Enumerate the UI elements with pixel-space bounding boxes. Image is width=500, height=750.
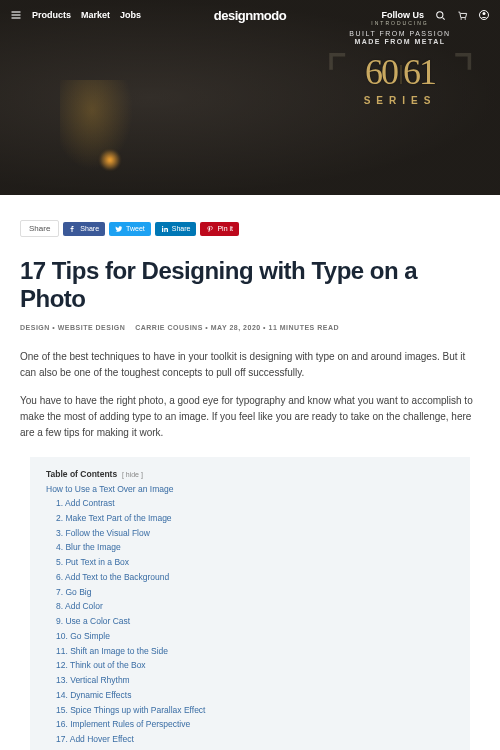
share-linkedin[interactable]: Share [155, 222, 197, 236]
toc-item-2[interactable]: 2. Make Text Part of the Image [56, 512, 454, 525]
share-pi-label: Pin it [217, 225, 233, 232]
share-pinterest[interactable]: Pin it [200, 222, 239, 236]
hero-number: 60 | 61 [330, 51, 470, 93]
article-content: Share Share Tweet Share Pin it 17 Tips f… [0, 195, 500, 750]
hero-num2: 61 [403, 51, 435, 93]
toc-header: Table of Contents [ hide ] [46, 469, 454, 479]
meta-author[interactable]: CARRIE COUSINS [135, 324, 203, 331]
toc-item-13[interactable]: 13. Vertical Rhythm [56, 674, 454, 687]
cart-icon[interactable] [456, 9, 468, 21]
toc-hide-toggle[interactable]: [ hide ] [122, 471, 143, 478]
toc-item-17[interactable]: 17. Add Hover Effect [56, 733, 454, 746]
logo[interactable]: designmodo [214, 8, 286, 23]
account-icon[interactable] [478, 9, 490, 21]
search-icon[interactable] [434, 9, 446, 21]
share-label: Share [20, 220, 59, 237]
hero-spark [95, 150, 125, 170]
top-nav: Products Market Jobs designmodo Follow U… [0, 0, 500, 30]
bracket-tr: ⌝ [452, 45, 475, 103]
toc-item-10[interactable]: 10. Go Simple [56, 630, 454, 643]
svg-point-8 [483, 12, 486, 15]
toc-item-1[interactable]: 1. Add Contrast [56, 497, 454, 510]
hero-tagline2: MADE FROM METAL [330, 38, 470, 45]
toc-item-9[interactable]: 9. Use a Color Cast [56, 615, 454, 628]
nav-follow[interactable]: Follow Us [382, 10, 425, 20]
menu-icon[interactable] [10, 9, 22, 21]
hero-series: SERIES [330, 95, 470, 106]
toc-item-16[interactable]: 16. Implement Rules of Perspective [56, 718, 454, 731]
hero-tagline1: BUILT FROM PASSION [330, 30, 470, 37]
share-row: Share Share Tweet Share Pin it [20, 220, 480, 237]
share-fb-label: Share [80, 225, 99, 232]
toc-title: Table of Contents [46, 469, 117, 479]
share-li-label: Share [172, 225, 191, 232]
svg-point-5 [460, 18, 461, 19]
meta-date: MAY 28, 2020 [211, 324, 261, 331]
toc-items: 1. Add Contrast2. Make Text Part of the … [46, 497, 454, 746]
hero-sep: | [399, 61, 401, 84]
nav-right: Follow Us [382, 9, 491, 21]
toc-item-4[interactable]: 4. Blur the Image [56, 541, 454, 554]
linkedin-icon [161, 225, 169, 233]
pinterest-icon [206, 225, 214, 233]
intro-p1: One of the best techniques to have in yo… [20, 349, 480, 381]
svg-rect-9 [162, 228, 163, 232]
toc-item-12[interactable]: 12. Think out of the Box [56, 659, 454, 672]
share-facebook[interactable]: Share [63, 222, 105, 236]
toc-item-15[interactable]: 15. Spice Things up with Parallax Effect [56, 704, 454, 717]
article-meta: DESIGN • WEBSITE DESIGN CARRIE COUSINS •… [20, 324, 480, 331]
svg-line-4 [442, 17, 444, 19]
nav-jobs[interactable]: Jobs [120, 10, 141, 20]
share-twitter[interactable]: Tweet [109, 222, 151, 236]
intro-p2: You have to have the right photo, a good… [20, 393, 480, 441]
svg-point-6 [464, 18, 465, 19]
toc-item-3[interactable]: 3. Follow the Visual Flow [56, 527, 454, 540]
hero-num1: 60 [365, 51, 397, 93]
share-tw-label: Tweet [126, 225, 145, 232]
nav-products[interactable]: Products [32, 10, 71, 20]
svg-point-10 [162, 226, 163, 227]
article-title: 17 Tips for Designing with Type on a Pho… [20, 257, 480, 312]
facebook-icon [69, 225, 77, 233]
toc-section[interactable]: How to Use a Text Over an Image [46, 484, 454, 494]
table-of-contents: Table of Contents [ hide ] How to Use a … [30, 457, 470, 750]
twitter-icon [115, 225, 123, 233]
toc-item-14[interactable]: 14. Dynamic Effects [56, 689, 454, 702]
toc-item-6[interactable]: 6. Add Text to the Background [56, 571, 454, 584]
nav-left: Products Market Jobs [10, 9, 141, 21]
bracket-tl: ⌜ [325, 45, 348, 103]
toc-item-8[interactable]: 8. Add Color [56, 600, 454, 613]
toc-item-11[interactable]: 11. Shift an Image to the Side [56, 645, 454, 658]
svg-point-3 [436, 11, 442, 17]
meta-cat2[interactable]: WEBSITE DESIGN [58, 324, 126, 331]
hero-badge: ⌜ ⌝ INTRODUCING BUILT FROM PASSION MADE … [330, 20, 470, 106]
toc-item-7[interactable]: 7. Go Big [56, 586, 454, 599]
toc-item-5[interactable]: 5. Put Text in a Box [56, 556, 454, 569]
nav-market[interactable]: Market [81, 10, 110, 20]
meta-readtime: 11 MINUTES READ [269, 324, 340, 331]
meta-cat1[interactable]: DESIGN [20, 324, 50, 331]
